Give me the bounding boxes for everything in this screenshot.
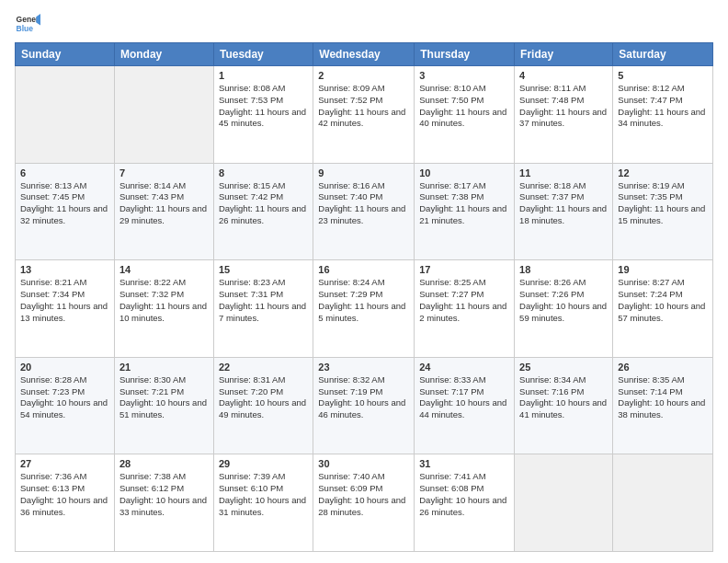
day-info: Sunrise: 8:17 AM xyxy=(419,180,509,192)
day-info: Sunrise: 8:10 AM xyxy=(419,83,509,95)
calendar-cell: 4Sunrise: 8:11 AMSunset: 7:48 PMDaylight… xyxy=(515,66,613,164)
day-number: 10 xyxy=(419,167,509,178)
calendar-cell: 21Sunrise: 8:30 AMSunset: 7:21 PMDayligh… xyxy=(114,357,213,454)
day-info: Sunset: 7:27 PM xyxy=(419,289,509,301)
header: General Blue xyxy=(15,11,713,37)
day-info: Daylight: 10 hours and 36 minutes. xyxy=(20,495,109,519)
day-info: Sunset: 6:12 PM xyxy=(119,483,209,495)
calendar-cell: 19Sunrise: 8:27 AMSunset: 7:24 PMDayligh… xyxy=(613,260,713,358)
calendar-cell: 7Sunrise: 8:14 AMSunset: 7:43 PMDaylight… xyxy=(114,163,213,260)
calendar-cell: 23Sunrise: 8:32 AMSunset: 7:19 PMDayligh… xyxy=(313,357,415,454)
day-info: Sunset: 7:32 PM xyxy=(119,289,209,301)
day-number: 25 xyxy=(519,362,608,373)
day-info: Sunset: 7:20 PM xyxy=(219,386,308,398)
day-info: Sunset: 6:08 PM xyxy=(419,483,509,495)
day-number: 12 xyxy=(618,167,708,178)
day-info: Sunset: 7:21 PM xyxy=(119,386,209,398)
calendar-table: SundayMondayTuesdayWednesdayThursdayFrid… xyxy=(15,42,713,552)
svg-text:Blue: Blue xyxy=(17,24,34,33)
calendar-cell: 12Sunrise: 8:19 AMSunset: 7:35 PMDayligh… xyxy=(613,163,713,260)
calendar-cell: 13Sunrise: 8:21 AMSunset: 7:34 PMDayligh… xyxy=(16,260,115,358)
col-header-sunday: Sunday xyxy=(16,43,115,66)
day-info: Sunset: 7:17 PM xyxy=(419,386,509,398)
day-info: Sunset: 7:19 PM xyxy=(318,386,409,398)
day-info: Sunset: 7:23 PM xyxy=(20,386,109,398)
day-info: Sunset: 7:16 PM xyxy=(519,386,608,398)
day-number: 26 xyxy=(618,362,708,373)
day-info: Sunset: 7:42 PM xyxy=(219,191,308,203)
calendar-cell: 14Sunrise: 8:22 AMSunset: 7:32 PMDayligh… xyxy=(114,260,213,358)
day-info: Sunrise: 7:38 AM xyxy=(119,471,209,483)
day-info: Daylight: 11 hours and 23 minutes. xyxy=(318,203,409,227)
day-number: 4 xyxy=(519,70,608,81)
col-header-thursday: Thursday xyxy=(415,43,515,66)
calendar-cell xyxy=(613,454,713,552)
day-info: Sunrise: 8:18 AM xyxy=(519,180,608,192)
day-info: Sunset: 7:47 PM xyxy=(618,95,708,107)
day-number: 22 xyxy=(219,362,308,373)
week-row-4: 27Sunrise: 7:36 AMSunset: 6:13 PMDayligh… xyxy=(16,454,713,552)
calendar-cell: 30Sunrise: 7:40 AMSunset: 6:09 PMDayligh… xyxy=(313,454,415,552)
day-info: Daylight: 11 hours and 26 minutes. xyxy=(219,203,308,227)
calendar-cell: 18Sunrise: 8:26 AMSunset: 7:26 PMDayligh… xyxy=(515,260,613,358)
page: General Blue SundayMondayTuesdayWednesda… xyxy=(0,0,728,563)
day-info: Sunrise: 8:22 AM xyxy=(119,277,209,289)
calendar-cell xyxy=(515,454,613,552)
day-info: Daylight: 10 hours and 44 minutes. xyxy=(419,397,509,421)
day-number: 30 xyxy=(318,458,409,469)
day-info: Sunrise: 8:12 AM xyxy=(618,83,708,95)
day-info: Sunset: 7:38 PM xyxy=(419,191,509,203)
day-info: Sunrise: 7:36 AM xyxy=(20,471,109,483)
calendar-cell: 28Sunrise: 7:38 AMSunset: 6:12 PMDayligh… xyxy=(114,454,213,552)
day-info: Daylight: 10 hours and 46 minutes. xyxy=(318,397,409,421)
day-info: Sunset: 7:53 PM xyxy=(219,95,308,107)
calendar-cell: 3Sunrise: 8:10 AMSunset: 7:50 PMDaylight… xyxy=(415,66,515,164)
day-number: 19 xyxy=(618,264,708,275)
day-number: 3 xyxy=(419,70,509,81)
calendar-cell: 8Sunrise: 8:15 AMSunset: 7:42 PMDaylight… xyxy=(213,163,313,260)
day-info: Sunrise: 8:26 AM xyxy=(519,277,608,289)
day-info: Daylight: 11 hours and 15 minutes. xyxy=(618,203,708,227)
day-number: 23 xyxy=(318,362,409,373)
week-row-1: 6Sunrise: 8:13 AMSunset: 7:45 PMDaylight… xyxy=(16,163,713,260)
day-info: Daylight: 10 hours and 38 minutes. xyxy=(618,397,708,421)
day-info: Sunset: 7:14 PM xyxy=(618,386,708,398)
col-header-tuesday: Tuesday xyxy=(213,43,313,66)
day-info: Daylight: 10 hours and 33 minutes. xyxy=(119,495,209,519)
day-info: Sunrise: 8:21 AM xyxy=(20,277,109,289)
day-info: Daylight: 10 hours and 49 minutes. xyxy=(219,397,308,421)
calendar-cell: 6Sunrise: 8:13 AMSunset: 7:45 PMDaylight… xyxy=(16,163,115,260)
day-number: 18 xyxy=(519,264,608,275)
col-header-monday: Monday xyxy=(114,43,213,66)
calendar-cell: 24Sunrise: 8:33 AMSunset: 7:17 PMDayligh… xyxy=(415,357,515,454)
calendar-cell: 9Sunrise: 8:16 AMSunset: 7:40 PMDaylight… xyxy=(313,163,415,260)
day-info: Sunrise: 8:14 AM xyxy=(119,180,209,192)
day-number: 7 xyxy=(119,167,209,178)
calendar-cell: 16Sunrise: 8:24 AMSunset: 7:29 PMDayligh… xyxy=(313,260,415,358)
calendar-cell: 25Sunrise: 8:34 AMSunset: 7:16 PMDayligh… xyxy=(515,357,613,454)
day-number: 11 xyxy=(519,167,608,178)
day-number: 16 xyxy=(318,264,409,275)
calendar-cell: 1Sunrise: 8:08 AMSunset: 7:53 PMDaylight… xyxy=(213,66,313,164)
day-number: 17 xyxy=(419,264,509,275)
day-info: Sunset: 7:40 PM xyxy=(318,191,409,203)
day-info: Daylight: 11 hours and 40 minutes. xyxy=(419,107,509,131)
day-info: Daylight: 11 hours and 5 minutes. xyxy=(318,301,409,325)
days-header-row: SundayMondayTuesdayWednesdayThursdayFrid… xyxy=(16,43,713,66)
day-info: Daylight: 11 hours and 18 minutes. xyxy=(519,203,608,227)
week-row-0: 1Sunrise: 8:08 AMSunset: 7:53 PMDaylight… xyxy=(16,66,713,164)
calendar-cell xyxy=(16,66,115,164)
calendar-cell: 2Sunrise: 8:09 AMSunset: 7:52 PMDaylight… xyxy=(313,66,415,164)
day-number: 21 xyxy=(119,362,209,373)
day-info: Sunset: 7:34 PM xyxy=(20,289,109,301)
day-info: Daylight: 11 hours and 2 minutes. xyxy=(419,301,509,325)
calendar-cell: 26Sunrise: 8:35 AMSunset: 7:14 PMDayligh… xyxy=(613,357,713,454)
calendar-cell: 10Sunrise: 8:17 AMSunset: 7:38 PMDayligh… xyxy=(415,163,515,260)
day-info: Daylight: 11 hours and 29 minutes. xyxy=(119,203,209,227)
day-info: Sunrise: 8:27 AM xyxy=(618,277,708,289)
day-info: Daylight: 11 hours and 7 minutes. xyxy=(219,301,308,325)
day-number: 24 xyxy=(419,362,509,373)
calendar-cell xyxy=(114,66,213,164)
day-info: Sunrise: 7:39 AM xyxy=(219,471,308,483)
calendar-cell: 27Sunrise: 7:36 AMSunset: 6:13 PMDayligh… xyxy=(16,454,115,552)
